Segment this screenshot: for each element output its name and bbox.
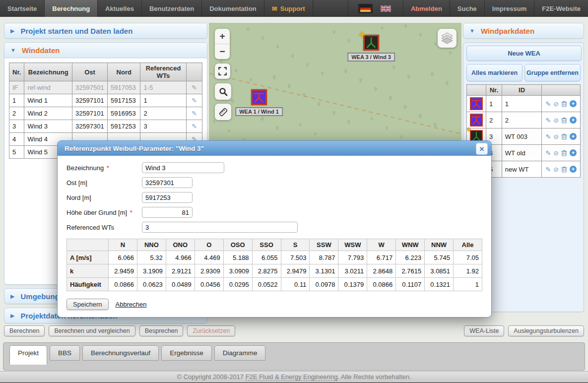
zoom-in-button[interactable]: + bbox=[215, 29, 230, 44]
map-measure-button[interactable] bbox=[215, 104, 231, 120]
chevron-down-icon: ▼ bbox=[469, 28, 475, 34]
add-icon[interactable]: + bbox=[570, 133, 577, 140]
besprechen-button[interactable]: Besprechen bbox=[139, 325, 184, 336]
tree-icon: ϙ bbox=[247, 26, 249, 31]
nav-item-benutzerdaten[interactable]: Benutzerdaten bbox=[142, 0, 202, 17]
disable-icon[interactable]: ⊘ bbox=[553, 166, 559, 173]
zur-cksetzen-button[interactable]: Zurücksetzen bbox=[187, 325, 235, 336]
row-actions: ✎⊘ + bbox=[545, 117, 577, 124]
wind-turbine-icon bbox=[470, 97, 483, 110]
delete-icon[interactable] bbox=[561, 101, 567, 107]
edit-icon[interactable]: ✎ bbox=[192, 84, 197, 91]
weibull-value: 3.0211 bbox=[338, 264, 367, 278]
tree-icon: ϙ bbox=[449, 50, 452, 55]
disable-icon[interactable]: ⊘ bbox=[553, 150, 559, 156]
gruppe-entfernen-button[interactable]: Gruppe entfernen bbox=[524, 64, 581, 81]
fullscreen-button[interactable] bbox=[215, 64, 230, 79]
winddaten-cell: 3 bbox=[140, 120, 186, 133]
weibull-value: 7.793 bbox=[338, 251, 367, 264]
weibull-value: 0.0522 bbox=[252, 278, 281, 291]
weibull-direction-header: OSO bbox=[223, 239, 252, 251]
footer-link[interactable]: F2E Fluid & Energy Engineering bbox=[246, 373, 338, 381]
accordion-projekt-starten[interactable]: ▶ Projekt starten und Daten laden bbox=[4, 23, 207, 39]
tab-bbs[interactable]: BBS bbox=[50, 345, 80, 361]
weibull-direction-header: WSW bbox=[338, 239, 367, 251]
edit-icon[interactable]: ✎ bbox=[545, 117, 551, 124]
delete-icon[interactable] bbox=[561, 166, 567, 173]
tab-berechnungsverlauf[interactable]: Berechnungsverlauf bbox=[82, 345, 159, 361]
edit-icon[interactable]: ✎ bbox=[545, 149, 551, 157]
add-icon[interactable]: + bbox=[570, 149, 577, 156]
field-input-referenced-wts[interactable] bbox=[142, 222, 298, 233]
edit-icon[interactable]: ✎ bbox=[192, 110, 197, 117]
tab-ergebnisse[interactable]: Ergebnisse bbox=[161, 345, 212, 361]
auslegungsturbulenzen-button[interactable]: Auslegungsturbulenzen bbox=[508, 325, 584, 336]
cancel-link[interactable]: Abbrechen bbox=[116, 301, 147, 308]
alles-markieren-button[interactable]: Alles markieren bbox=[466, 64, 523, 81]
wea-marker-wea-3-wind-3[interactable]: ✛WEA 3 / Wind 3 bbox=[363, 35, 379, 51]
flag-gb[interactable] bbox=[379, 4, 393, 13]
nav-item-suche[interactable]: Suche bbox=[450, 0, 484, 17]
add-icon[interactable]: + bbox=[570, 100, 577, 107]
close-icon[interactable]: ✕ bbox=[476, 143, 488, 155]
windpark-col-header bbox=[542, 85, 581, 96]
edit-icon[interactable]: ✎ bbox=[545, 133, 551, 140]
tree-icon: ϙ bbox=[419, 32, 422, 37]
nav-item-startseite[interactable]: Startseite bbox=[0, 0, 45, 17]
tab-projekt[interactable]: Projekt bbox=[9, 345, 47, 365]
field-input-h-he-ber-grund-m[interactable] bbox=[142, 207, 193, 218]
edit-icon[interactable]: ✎ bbox=[192, 123, 197, 130]
tree-icon: ϙ bbox=[318, 101, 321, 106]
map-search-button[interactable] bbox=[215, 83, 231, 100]
flag-de[interactable] bbox=[358, 4, 373, 13]
disable-icon[interactable]: ⊘ bbox=[553, 133, 559, 140]
neue-wea-button[interactable]: Neue WEA bbox=[466, 46, 582, 61]
wea-marker-wea-1-wind-1[interactable]: WEA 1 / Wind 1 bbox=[251, 89, 267, 105]
nav-item-f2e-website[interactable]: F2E-Website bbox=[534, 0, 588, 17]
disable-icon[interactable]: ⊘ bbox=[553, 117, 559, 124]
nav-item-impressum[interactable]: Impressum bbox=[484, 0, 534, 17]
chevron-right-icon: ▶ bbox=[10, 293, 14, 300]
add-icon[interactable]: + bbox=[570, 166, 577, 173]
accordion-umgebung-label: Umgebung bbox=[20, 292, 59, 301]
tab-diagramme[interactable]: Diagramme bbox=[214, 345, 266, 361]
edit-icon[interactable]: ✎ bbox=[192, 97, 197, 104]
edit-icon[interactable]: ✎ bbox=[545, 100, 551, 108]
chevron-right-icon: ▶ bbox=[10, 313, 14, 319]
field-label: Bezeichnung * bbox=[66, 164, 142, 172]
nav-item-support[interactable]: ✉Support bbox=[264, 0, 313, 17]
field-input-bezeichnung[interactable] bbox=[142, 162, 224, 173]
modal-header[interactable]: Referenzpunkt Weibull-Parameter: "Wind 3… bbox=[58, 141, 491, 156]
weibull-direction-header: S bbox=[281, 239, 310, 251]
nav-item-aktuelles[interactable]: Aktuelles bbox=[98, 0, 142, 17]
nav-item-dokumentation[interactable]: Dokumentation bbox=[202, 0, 264, 17]
delete-icon[interactable] bbox=[561, 150, 567, 156]
map-layers-button[interactable] bbox=[438, 29, 457, 48]
accordion-windparkdaten[interactable]: ▼ Windparkdaten bbox=[463, 23, 584, 39]
tree-icon: ϙ bbox=[407, 73, 410, 78]
winddaten-col-header: Referenced WTs bbox=[140, 63, 186, 81]
tree-icon: ϙ bbox=[332, 110, 335, 115]
field-input-nord-m[interactable] bbox=[142, 192, 193, 203]
wea-liste-button[interactable]: WEA-Liste bbox=[464, 325, 504, 336]
disable-icon[interactable]: ⊘ bbox=[553, 101, 559, 107]
windpark-actions-cell: ✎⊘ + bbox=[542, 145, 581, 161]
nav-item-abmelden[interactable]: Abmelden bbox=[403, 0, 450, 17]
winddaten-col-header bbox=[186, 63, 202, 81]
berechnen-und-vergleichen-button[interactable]: Berechnen und vergleichen bbox=[49, 325, 135, 336]
accordion-winddaten[interactable]: ▼ Winddaten bbox=[4, 43, 207, 58]
save-button[interactable]: Speichern bbox=[66, 299, 109, 310]
edit-icon[interactable]: ✎ bbox=[545, 166, 551, 173]
weibull-value: 5.745 bbox=[425, 251, 454, 264]
move-crosshair-icon: ✛ bbox=[466, 127, 471, 133]
winddaten-row: 3Wind 33259730159172533✎ bbox=[9, 120, 202, 133]
tree-icon: ϙ bbox=[220, 59, 222, 64]
delete-icon[interactable] bbox=[561, 117, 567, 124]
zoom-out-button[interactable]: − bbox=[215, 44, 230, 59]
weibull-value: 0.0866 bbox=[109, 278, 137, 291]
delete-icon[interactable] bbox=[561, 133, 567, 140]
nav-item-berechnung[interactable]: Berechnung bbox=[45, 0, 98, 17]
berechnen-button[interactable]: Berechnen bbox=[4, 325, 45, 336]
field-input-ost-m[interactable] bbox=[142, 177, 193, 188]
add-icon[interactable]: + bbox=[570, 117, 577, 124]
